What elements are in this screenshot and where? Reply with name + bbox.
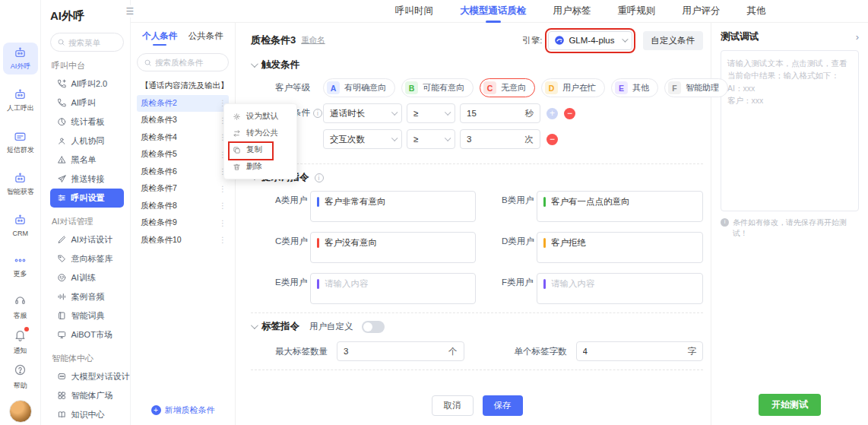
custom-condition-button[interactable]: 自定义条件 <box>643 31 704 50</box>
condition-list-item[interactable]: 质检条件2 ⋮ <box>137 95 229 113</box>
sidebar-search-input[interactable] <box>68 38 117 47</box>
grade-badge[interactable]: D 用户在忙 <box>541 78 605 97</box>
sidebar-item[interactable]: 意向标签库 <box>50 249 124 268</box>
condition-operator-select[interactable]: ≥ <box>407 103 455 123</box>
sidebar-item[interactable]: AI呼叫 <box>50 94 124 113</box>
grade-badge[interactable]: E 其他 <box>611 78 658 97</box>
context-menu-item[interactable]: 复制 <box>224 141 296 158</box>
save-button[interactable]: 保存 <box>483 395 523 416</box>
more-actions-icon[interactable]: ⋮ <box>229 82 230 90</box>
prompt-textarea[interactable] <box>551 237 696 258</box>
sidebar-item[interactable]: 大模型对话设计 <box>50 367 124 386</box>
top-tab[interactable]: 用户评分 <box>683 0 721 23</box>
collapse-sidebar-icon[interactable]: ☰ <box>124 5 136 17</box>
condition-list-item[interactable]: 质检条件4 ⋮ <box>137 129 229 147</box>
condition-list-item[interactable]: 质检条件7 ⋮ <box>137 180 229 198</box>
rail-item[interactable]: CRM <box>3 210 38 240</box>
max-tags-input[interactable] <box>344 347 448 356</box>
condition-value-input[interactable] <box>467 135 525 144</box>
test-input-textarea[interactable] <box>721 50 859 211</box>
sidebar-item[interactable]: 推送转接 <box>50 170 124 189</box>
grade-badge[interactable]: B 可能有意向 <box>401 78 474 97</box>
avatar[interactable] <box>9 400 32 423</box>
condition-panel-tab[interactable]: 个人条件 <box>142 30 177 46</box>
tag-words-input[interactable] <box>583 347 688 356</box>
sidebar-item-label: 黑名单 <box>71 154 97 166</box>
sidebar-item[interactable]: 智能词典 <box>50 306 124 325</box>
custom-toggle[interactable] <box>362 321 385 333</box>
condition-search-input[interactable] <box>155 58 222 67</box>
top-tab[interactable]: 大模型通话质检 <box>460 0 527 23</box>
context-menu-item[interactable]: 转为公共 <box>224 125 296 141</box>
sidebar-item[interactable]: 人机协同 <box>50 132 124 151</box>
condition-field-select[interactable]: 交互次数 <box>323 129 402 149</box>
engine-select[interactable]: GLM-4-plus <box>548 31 632 50</box>
remove-rule-button[interactable]: − <box>564 108 575 119</box>
sidebar-item-label: AI对话设计 <box>71 234 112 246</box>
condition-search[interactable] <box>137 53 229 71</box>
rail-item[interactable]: 智能获客 <box>3 168 38 200</box>
condition-list-item[interactable]: 质检条件6 ⋮ <box>137 163 229 181</box>
add-condition-link[interactable]: + 新增质检条件 <box>137 404 229 416</box>
sidebar-item[interactable]: 智能体广场 <box>50 386 124 405</box>
sidebar-item[interactable]: 统计看板 <box>50 113 124 132</box>
prompt-label: E类用户 <box>275 273 310 304</box>
prompt-grid: A类用户 B类用户 <box>275 191 703 304</box>
sidebar-item[interactable]: AI对话设计 <box>50 230 124 249</box>
grade-badge[interactable]: F 智能助理 <box>664 78 728 97</box>
sidebar-item[interactable]: AiBOT市场 <box>50 325 124 344</box>
prompt-textarea[interactable] <box>325 237 469 258</box>
rename-link[interactable]: 重命名 <box>301 35 325 46</box>
rail-bottom-item[interactable]: 通知 <box>3 327 38 357</box>
rail-item[interactable]: 人工呼出 <box>3 84 38 116</box>
cancel-button[interactable]: 取消 <box>432 395 474 416</box>
more-actions-icon[interactable]: ⋮ <box>219 219 227 227</box>
rail-bottom-item[interactable]: 帮助 <box>3 362 38 392</box>
condition-list-item[interactable]: 质检条件3 ⋮ <box>137 112 229 129</box>
chevron-right-icon[interactable]: › <box>856 31 859 43</box>
condition-list-item[interactable]: 质检条件5 ⋮ <box>137 146 229 163</box>
sidebar-search[interactable] <box>50 33 124 52</box>
sidebar-item[interactable]: 呼叫设置 <box>50 189 124 208</box>
sidebar-item[interactable]: 案例音频 <box>50 287 124 306</box>
top-tab[interactable]: 呼叫时间 <box>395 0 433 23</box>
tags-section-header[interactable]: 标签指令 用户自定义 <box>251 320 703 333</box>
grade-badge[interactable]: C 无意向 <box>480 78 535 97</box>
more-actions-icon[interactable]: ⋮ <box>219 236 227 244</box>
rail-item[interactable]: 短信群发 <box>3 126 38 158</box>
prompt-textarea[interactable] <box>551 278 696 299</box>
top-tab[interactable]: 重呼规则 <box>618 0 656 23</box>
remove-rule-button[interactable]: − <box>546 134 558 145</box>
more-actions-icon[interactable]: ⋮ <box>219 185 227 193</box>
condition-list-item[interactable]: 质检条件10 ⋮ <box>137 232 229 249</box>
trigger-section-header[interactable]: 触发条件 <box>251 59 703 71</box>
condition-list-item[interactable]: 质检条件9 ⋮ <box>137 214 229 232</box>
sidebar-item[interactable]: 黑名单 <box>50 151 124 170</box>
sidebar-item[interactable]: 知识中心 <box>50 405 124 424</box>
rail-bottom-item[interactable]: 客服 <box>3 292 38 322</box>
top-tab[interactable]: 用户标签 <box>553 0 591 23</box>
sidebar-item[interactable]: AI呼叫2.0 <box>50 75 124 94</box>
start-test-button[interactable]: 开始测试 <box>759 394 821 416</box>
condition-field-select[interactable]: 通话时长 <box>323 103 402 123</box>
prompt-textarea[interactable] <box>551 196 696 217</box>
sliders-icon <box>57 193 67 203</box>
condition-operator-select[interactable]: ≥ <box>407 129 455 149</box>
context-menu-item[interactable]: 设为默认 <box>224 108 296 125</box>
condition-list-item[interactable]: 质检条件8 ⋮ <box>137 198 229 215</box>
rail-item[interactable]: AI外呼 <box>3 43 38 75</box>
prompt-textarea[interactable] <box>325 196 469 217</box>
sidebar-item[interactable]: AI训练 <box>50 268 124 287</box>
grade-badge[interactable]: A 有明确意向 <box>323 78 395 97</box>
condition-list-item[interactable]: 【通话内容清洗及输出】 ⋮ <box>137 78 229 95</box>
condition-value-input[interactable] <box>467 109 525 118</box>
context-menu-item[interactable]: 删除 <box>224 158 296 175</box>
prompt-textarea[interactable] <box>325 278 469 299</box>
top-tab[interactable]: 其他 <box>747 0 766 23</box>
prompt-section-header[interactable]: 提示词指令 <box>251 171 703 184</box>
more-actions-icon[interactable]: ⋮ <box>219 201 227 210</box>
condition-panel-tab[interactable]: 公共条件 <box>188 30 223 46</box>
add-rule-button[interactable]: + <box>546 108 558 119</box>
rail-item[interactable]: 更多 <box>3 250 38 282</box>
audio-icon <box>57 292 67 302</box>
